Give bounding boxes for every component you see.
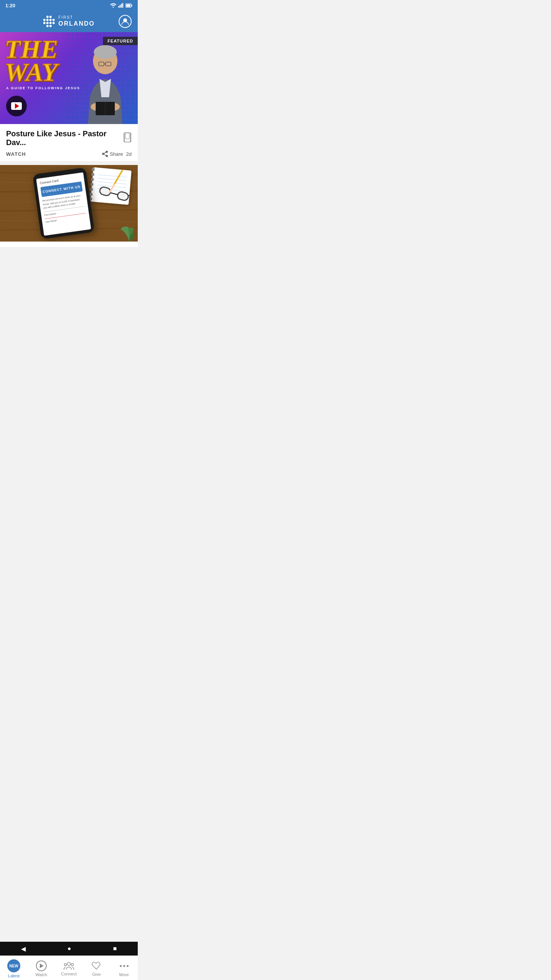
svg-rect-7	[132, 5, 132, 6]
phone-body-text: We promise we won't show up at your hous…	[42, 194, 86, 224]
svg-rect-6	[126, 4, 130, 7]
status-time: 1:20	[5, 3, 15, 8]
phone-mockup: Connect Card CONNECT WITH US We promise …	[33, 167, 95, 239]
video-title: Posture Like Jesus - Pastor Dav...	[6, 129, 119, 147]
svg-rect-3	[121, 4, 122, 8]
signal-icon	[118, 3, 124, 8]
profile-button[interactable]	[119, 15, 132, 28]
bookmark-button[interactable]	[123, 132, 132, 144]
svg-rect-22	[126, 133, 129, 139]
svg-rect-2	[120, 5, 121, 8]
app-logo: FIRST ORLANDO	[43, 15, 95, 27]
svg-line-35	[110, 193, 117, 194]
svg-rect-34	[117, 191, 129, 201]
svg-rect-4	[122, 3, 124, 8]
featured-title: THE WAY A GUIDE TO FOLLOWING JESUS	[5, 38, 80, 90]
svg-rect-21	[124, 133, 131, 142]
bookmark-icon	[123, 132, 132, 142]
share-icon	[102, 151, 108, 157]
youtube-icon	[11, 102, 22, 110]
status-icons	[110, 3, 132, 8]
share-button[interactable]: Share	[102, 151, 123, 157]
logo-dots	[43, 16, 55, 27]
featured-subtitle: A GUIDE TO FOLLOWING JESUS	[6, 86, 80, 90]
content-tag: WATCH	[6, 151, 26, 157]
share-label: Share	[110, 151, 123, 157]
app-header: FIRST ORLANDO	[0, 11, 138, 32]
content-actions: Share 2d	[102, 151, 132, 157]
featured-banner[interactable]: FEATURED THE WAY A GUIDE TO FOLLOWING JE…	[0, 32, 138, 124]
phone-screen: Connect Card CONNECT WITH US We promise …	[36, 172, 91, 236]
time-ago: 2d	[126, 151, 132, 157]
profile-icon	[121, 17, 129, 26]
plant	[107, 219, 138, 242]
video-info-card: Posture Like Jesus - Pastor Dav... WATCH…	[0, 124, 138, 162]
wifi-icon	[110, 3, 116, 8]
svg-point-13	[94, 45, 117, 59]
svg-point-0	[113, 7, 114, 8]
connect-image[interactable]: Connect Card CONNECT WITH US We promise …	[0, 165, 138, 242]
logo-text: FIRST ORLANDO	[59, 15, 95, 27]
content-title-row: Posture Like Jesus - Pastor Dav...	[6, 129, 132, 147]
battery-icon	[126, 3, 132, 8]
connect-card: Connect Card CONNECT WITH US We promise …	[0, 165, 138, 247]
content-meta: WATCH Share 2d	[6, 151, 132, 157]
svg-rect-1	[118, 6, 119, 8]
status-bar: 1:20	[0, 0, 138, 11]
play-button[interactable]	[6, 96, 27, 116]
